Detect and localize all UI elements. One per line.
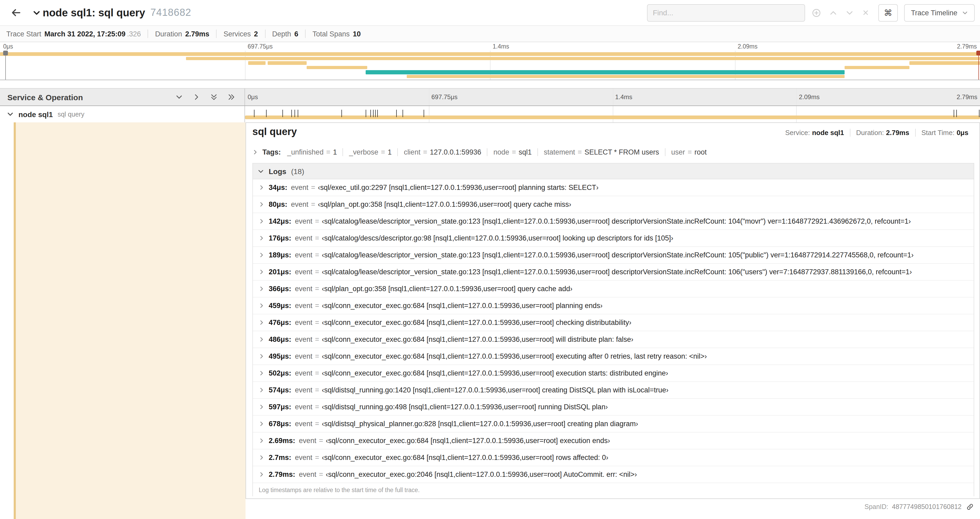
trace-header: node sql1: sql query 7418682 ⌘ Trace Tim… xyxy=(0,0,980,25)
log-value: ‹sql/conn_executor_exec.go:684 [nsql1,cl… xyxy=(322,352,707,360)
log-marker-tick xyxy=(295,110,295,117)
log-value: ‹sql/conn_executor_exec.go:684 [nsql1,cl… xyxy=(326,437,610,445)
find-box[interactable] xyxy=(647,4,805,21)
span-duration-bar[interactable] xyxy=(245,115,980,119)
log-timestamp: 574μs: xyxy=(269,386,291,394)
span-row-timeline-cell[interactable] xyxy=(245,106,980,122)
log-key: event xyxy=(295,319,312,326)
span-service-name: node sql1 xyxy=(18,110,53,118)
logs-section: Logs (18) 34μs: event = ‹sql/exec_util.g… xyxy=(252,163,974,496)
span-detail-header: sql query Service:node sql1 Duration:2.7… xyxy=(252,126,974,144)
duration-value: 2.79ms xyxy=(185,30,210,38)
view-selector-button[interactable]: Trace Timeline xyxy=(904,4,975,21)
minimap-tick-label: 697.75μs xyxy=(248,43,273,50)
log-timestamp: 486μs: xyxy=(269,335,291,343)
log-row[interactable]: 678μs: event = ‹sql/distsql_physical_pla… xyxy=(253,416,974,433)
chevron-down-icon xyxy=(258,168,264,174)
tag-value: 127.0.0.1:59936 xyxy=(430,148,481,156)
log-row[interactable]: 495μs: event = ‹sql/conn_executor_exec.g… xyxy=(253,348,974,365)
tag-value: 1 xyxy=(333,148,337,156)
log-key: event xyxy=(291,200,309,208)
left-scrubber[interactable] xyxy=(5,51,6,80)
prev-match-button[interactable] xyxy=(828,7,839,18)
minimap-time-labels: 0μs 697.75μs 1.4ms 2.09ms 2.79ms xyxy=(0,42,980,51)
log-row[interactable]: 597μs: event = ‹sql/distsql_running.go:4… xyxy=(253,399,974,416)
collapse-one-button[interactable] xyxy=(174,92,184,102)
equals-sign: = xyxy=(381,148,385,156)
log-row[interactable]: 34μs: event = ‹sql/exec_util.go:2297 [ns… xyxy=(253,179,974,196)
expand-all-button[interactable] xyxy=(227,92,236,102)
span-detail-title: sql query xyxy=(252,126,297,138)
collapse-trace-header-button[interactable] xyxy=(33,9,41,17)
page-title: node sql1: sql query xyxy=(43,6,145,19)
log-marker-tick xyxy=(254,110,255,117)
equals-sign: = xyxy=(423,148,427,156)
log-timestamp: 495μs: xyxy=(269,352,291,360)
log-row[interactable]: 486μs: event = ‹sql/conn_executor_exec.g… xyxy=(253,331,974,348)
span-row-name-cell[interactable]: node sql1 sql query xyxy=(0,106,245,122)
log-row[interactable]: 142μs: event = ‹sql/catalog/lease/descri… xyxy=(253,213,974,230)
next-match-button[interactable] xyxy=(844,7,855,18)
span-row[interactable]: node sql1 sql query xyxy=(0,106,980,122)
log-key: event xyxy=(295,285,312,293)
close-icon xyxy=(862,9,869,16)
tag-key: statement xyxy=(544,148,575,156)
trace-id: 7418682 xyxy=(150,7,191,18)
right-scrubber-handle[interactable] xyxy=(976,51,980,55)
tag-key: user xyxy=(671,148,685,156)
link-icon[interactable] xyxy=(966,503,974,511)
log-row[interactable]: 2.7ms: event = ‹sql/conn_executor_exec.g… xyxy=(253,449,974,466)
trace-depth: Depth 6 xyxy=(265,30,305,38)
keyboard-shortcuts-button[interactable]: ⌘ xyxy=(878,4,898,21)
log-row[interactable]: 176μs: event = ‹sql/catalog/descs/descri… xyxy=(253,230,974,247)
log-key: event xyxy=(295,454,312,462)
log-timestamp: 459μs: xyxy=(269,302,291,310)
log-marker-tick xyxy=(396,110,397,117)
detail-start-time: Start Time:0μs xyxy=(915,129,974,137)
minimap-span-bar xyxy=(909,61,980,65)
log-row[interactable]: 476μs: event = ‹sql/conn_executor_exec.g… xyxy=(253,315,974,331)
collapse-all-button[interactable] xyxy=(209,92,219,102)
tags-row[interactable]: Tags: _unfinished = 1 _verbose = 1 xyxy=(252,144,974,160)
back-button[interactable] xyxy=(6,3,25,22)
chevron-right-icon xyxy=(259,455,264,460)
log-row[interactable]: 459μs: event = ‹sql/conn_executor_exec.g… xyxy=(253,297,974,315)
log-row[interactable]: 189μs: event = ‹sql/catalog/lease/descri… xyxy=(253,247,974,264)
log-row[interactable]: 2.69ms: event = ‹sql/conn_executor_exec.… xyxy=(253,433,974,449)
chevron-right-icon xyxy=(259,337,264,342)
equals-sign: = xyxy=(315,268,319,276)
log-row[interactable]: 574μs: event = ‹sql/distsql_running.go:1… xyxy=(253,382,974,399)
equals-sign: = xyxy=(687,148,692,156)
timeline-collapser xyxy=(174,92,236,102)
log-key: event xyxy=(295,302,312,310)
log-row[interactable]: 201μs: event = ‹sql/catalog/lease/descri… xyxy=(253,264,974,281)
log-key: event xyxy=(295,234,312,242)
clear-search-button[interactable] xyxy=(861,7,871,18)
minimap-span-bar xyxy=(407,75,845,78)
log-row[interactable]: 80μs: event = ‹sql/plan_opt.go:358 [nsql… xyxy=(253,196,974,213)
equals-sign: = xyxy=(315,420,319,428)
expand-one-button[interactable] xyxy=(192,92,201,102)
logs-header[interactable]: Logs (18) xyxy=(253,163,974,179)
chevron-right-icon xyxy=(259,185,264,190)
chevron-right-icon xyxy=(259,438,264,444)
chevron-right-icon xyxy=(259,319,264,326)
span-operation-name: sql query xyxy=(58,110,84,118)
circle-plus-button[interactable] xyxy=(810,6,822,19)
log-value: ‹sql/conn_executor_exec.go:684 [nsql1,cl… xyxy=(322,335,633,343)
log-marker-tick xyxy=(371,110,371,117)
log-key: event xyxy=(295,403,312,411)
tag-key: node xyxy=(493,148,509,156)
log-row[interactable]: 366μs: event = ‹sql/plan_opt.go:358 [nsq… xyxy=(253,281,974,297)
chevron-down-icon xyxy=(33,9,41,17)
services-label: Services xyxy=(224,30,251,38)
search-input[interactable] xyxy=(653,8,799,17)
depth-value: 6 xyxy=(294,30,298,38)
minimap-canvas[interactable] xyxy=(0,51,980,80)
log-row[interactable]: 2.79ms: event = ‹sql/conn_executor_exec.… xyxy=(253,466,974,483)
log-value: ‹sql/conn_executor_exec.go:684 [nsql1,cl… xyxy=(322,302,603,310)
left-scrubber-handle[interactable] xyxy=(3,51,8,55)
log-timestamp: 142μs: xyxy=(269,217,291,225)
right-scrubber[interactable] xyxy=(978,51,979,80)
log-row[interactable]: 502μs: event = ‹sql/conn_executor_exec.g… xyxy=(253,365,974,382)
